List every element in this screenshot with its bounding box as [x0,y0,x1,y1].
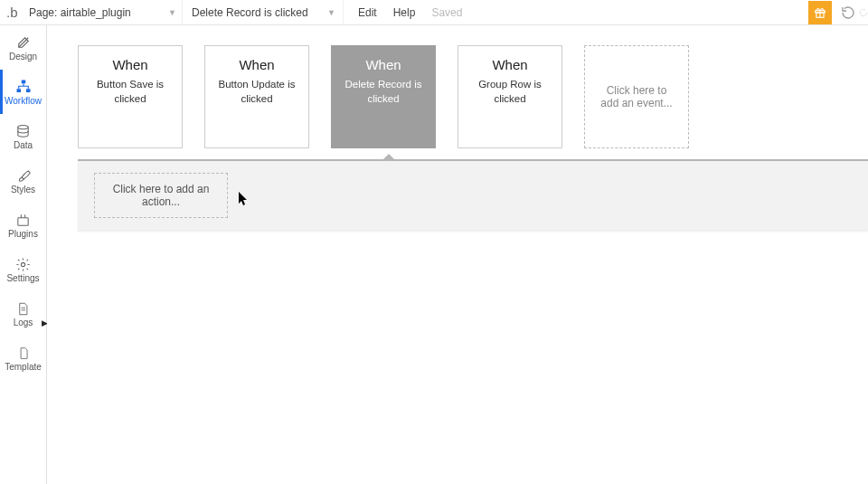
actions-panel: Click here to add an action... [78,161,868,230]
chevron-down-icon: ▼ [168,8,176,17]
event-when: When [239,57,274,72]
app-logo: .b [0,0,25,25]
add-event-label: Click here to add an event... [596,84,677,109]
event-desc: Button Update is clicked [211,78,303,106]
sidebar-item-label: Settings [6,273,39,283]
sidebar-item-design[interactable]: Design [0,25,46,70]
svg-rect-5 [16,89,21,92]
sidebar-item-logs[interactable]: Logs [0,291,46,336]
sidebar-item-label: Plugins [8,229,38,239]
event-card-selected[interactable]: When Delete Record is clicked [331,45,436,148]
document-icon [16,299,30,318]
event-card[interactable]: When Group Row is clicked [458,45,562,148]
track-line [78,159,868,161]
svg-rect-8 [18,217,28,225]
redo-button[interactable] [859,0,868,25]
sidebar-item-data[interactable]: Data [0,114,46,158]
gift-button[interactable] [808,1,832,24]
sidebar-item-label: Data [14,140,33,150]
chevron-down-icon: ▼ [327,8,335,17]
brush-icon [15,166,31,185]
menu-edit[interactable]: Edit [358,6,377,19]
add-action-label: Click here to add an action... [113,183,210,208]
event-card[interactable]: When Button Save is clicked [78,45,183,148]
event-selector[interactable]: Delete Record is clicked ▼ [183,0,344,25]
event-card[interactable]: When Button Update is clicked [204,45,309,148]
menu-help[interactable]: Help [393,6,416,19]
main-area: When Button Save is clicked When Button … [47,25,868,484]
sidebar: Design Workflow Data Styles Plugins [0,25,47,484]
gear-icon [15,255,31,273]
workflow-icon [15,78,32,96]
page-selector[interactable]: Page: airtable_plugin ▼ [25,0,183,25]
svg-rect-4 [21,81,25,84]
event-desc: Delete Record is clicked [337,78,429,106]
selected-pointer-icon [382,154,395,160]
plugin-icon [15,211,31,229]
sidebar-item-styles[interactable]: Styles [0,158,46,203]
sidebar-item-label: Logs [14,318,33,327]
topbar: .b Page: airtable_plugin ▼ Delete Record… [0,0,868,25]
svg-point-7 [18,125,28,128]
redo-icon [859,5,868,20]
sidebar-item-label: Template [5,362,42,372]
svg-text:.b: .b [6,5,18,20]
timeline-track [47,159,868,161]
saved-status: Saved [431,6,462,19]
tools-icon [15,33,32,52]
sidebar-item-settings[interactable]: Settings [0,247,46,291]
sidebar-item-workflow[interactable]: Workflow [0,70,46,114]
event-when: When [492,57,527,72]
undo-button[interactable] [837,0,859,25]
events-row: When Button Save is clicked When Button … [47,25,868,148]
sidebar-item-plugins[interactable]: Plugins [0,203,46,247]
database-icon [15,122,31,140]
sidebar-item-label: Design [9,52,37,62]
page-icon [17,344,30,362]
undo-icon [841,5,855,20]
sidebar-item-template[interactable]: Template [0,336,46,380]
gift-icon [814,6,826,19]
event-selector-label: Delete Record is clicked [192,6,308,19]
menubar: Edit Help Saved [344,0,476,25]
sidebar-item-label: Styles [11,185,35,195]
page-selector-label: Page: airtable_plugin [29,6,131,19]
event-when: When [365,57,401,72]
add-event-button[interactable]: Click here to add an event... [584,45,689,148]
event-desc: Group Row is clicked [464,78,556,106]
event-desc: Button Save is clicked [84,78,176,106]
sidebar-item-label: Workflow [5,96,42,106]
svg-point-11 [21,262,24,266]
svg-rect-6 [26,89,31,92]
topbar-right [808,0,868,25]
add-action-button[interactable]: Click here to add an action... [94,173,228,218]
event-when: When [112,57,147,72]
